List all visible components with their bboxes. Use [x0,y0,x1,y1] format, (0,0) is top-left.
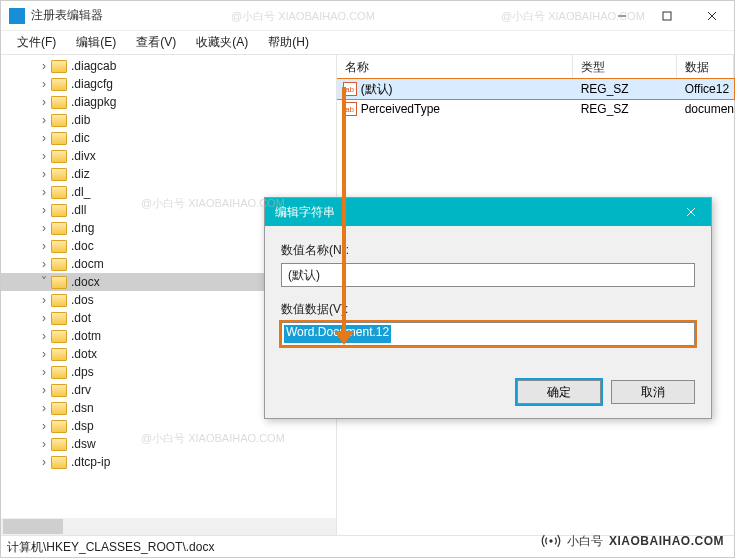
col-type[interactable]: 类型 [573,55,677,78]
col-data[interactable]: 数据 [677,55,734,78]
app-icon [9,8,25,24]
tree-item[interactable]: ›.dtcp-ip [1,453,336,471]
menu-view[interactable]: 查看(V) [126,32,186,53]
chevron-right-icon[interactable]: › [37,257,51,271]
ok-button[interactable]: 确定 [517,380,601,404]
tree-item-label: .dotm [71,329,101,343]
dialog-close-button[interactable] [671,198,711,226]
folder-icon [51,330,67,343]
menu-help[interactable]: 帮助(H) [258,32,319,53]
chevron-right-icon[interactable]: › [37,131,51,145]
chevron-right-icon[interactable]: › [37,149,51,163]
chevron-right-icon[interactable]: › [37,77,51,91]
row-data: documen [677,102,734,116]
chevron-right-icon[interactable]: › [37,365,51,379]
chevron-right-icon[interactable]: › [37,95,51,109]
chevron-down-icon[interactable]: ˅ [37,275,51,289]
row-data: Office12 [677,82,734,96]
dialog-buttons: 确定 取消 [265,366,711,418]
tree-item[interactable]: ›.dib [1,111,336,129]
regedit-window: 注册表编辑器 文件(F) 编辑(E) 查看(V) 收藏夹(A) 帮助(H) ›.… [0,0,735,558]
maximize-button[interactable] [644,1,689,30]
tree-item-label: .dl_ [71,185,90,199]
menubar: 文件(F) 编辑(E) 查看(V) 收藏夹(A) 帮助(H) [1,31,734,55]
tree-item-label: .dic [71,131,90,145]
dialog-titlebar: 编辑字符串 [265,198,711,226]
tree-item[interactable]: ›.diagcfg [1,75,336,93]
tree-item-label: .dll [71,203,86,217]
chevron-right-icon[interactable]: › [37,59,51,73]
tree-item-label: .dsn [71,401,94,415]
dialog-title: 编辑字符串 [275,204,671,221]
chevron-right-icon[interactable]: › [37,185,51,199]
row-type: REG_SZ [573,82,677,96]
menu-favorites[interactable]: 收藏夹(A) [186,32,258,53]
tree-item-label: .dot [71,311,91,325]
tree-item[interactable]: ›.dsp [1,417,336,435]
window-buttons [599,1,734,30]
cancel-button[interactable]: 取消 [611,380,695,404]
folder-icon [51,78,67,91]
tree-item-label: .dtcp-ip [71,455,110,469]
folder-icon [51,420,67,433]
list-row[interactable]: abPerceivedTypeREG_SZdocumen [337,99,734,119]
tree-item-label: .drv [71,383,91,397]
tree-item[interactable]: ›.dsw [1,435,336,453]
list-row[interactable]: ab(默认)REG_SZOffice12 [337,79,734,99]
chevron-right-icon[interactable]: › [37,347,51,361]
folder-icon [51,60,67,73]
tree-item-label: .dsp [71,419,94,433]
tree-item[interactable]: ›.dic [1,129,336,147]
tree-item-label: .diagcfg [71,77,113,91]
tree-item-label: .dng [71,221,94,235]
chevron-right-icon[interactable]: › [37,419,51,433]
menu-file[interactable]: 文件(F) [7,32,66,53]
tree-item-label: .dib [71,113,90,127]
folder-icon [51,312,67,325]
chevron-right-icon[interactable]: › [37,455,51,469]
tree-hscrollbar[interactable] [1,518,336,535]
chevron-right-icon[interactable]: › [37,113,51,127]
tree-item-label: .dos [71,293,94,307]
tree-item[interactable]: ›.diagpkg [1,93,336,111]
folder-icon [51,258,67,271]
chevron-right-icon[interactable]: › [37,167,51,181]
chevron-right-icon[interactable]: › [37,401,51,415]
folder-icon [51,294,67,307]
edit-string-dialog: 编辑字符串 数值名称(N): 数值数据(V): Word.Document.12… [264,197,712,419]
tree-item-label: .doc [71,239,94,253]
tree-item-label: .diagcab [71,59,116,73]
chevron-right-icon[interactable]: › [37,239,51,253]
scroll-thumb[interactable] [3,519,63,534]
tree-item-label: .docx [71,275,100,289]
tree-item[interactable]: ›.diagcab [1,57,336,75]
folder-icon [51,384,67,397]
tree-item[interactable]: ›.diz [1,165,336,183]
tree-item-label: .docm [71,257,104,271]
annotation-arrowhead [334,331,354,345]
folder-icon [51,150,67,163]
folder-icon [51,438,67,451]
annotation-arrow [342,87,346,335]
tree-item-label: .divx [71,149,96,163]
chevron-right-icon[interactable]: › [37,311,51,325]
row-name: PerceivedType [361,102,440,116]
folder-icon [51,366,67,379]
row-type: REG_SZ [573,102,677,116]
folder-icon [51,240,67,253]
chevron-right-icon[interactable]: › [37,329,51,343]
tree-item[interactable]: ›.divx [1,147,336,165]
folder-icon [51,348,67,361]
chevron-right-icon[interactable]: › [37,383,51,397]
close-button[interactable] [689,1,734,30]
menu-edit[interactable]: 编辑(E) [66,32,126,53]
tree-item-label: .dotx [71,347,97,361]
col-name[interactable]: 名称 [337,55,573,78]
tree-item-label: .diagpkg [71,95,116,109]
folder-icon [51,186,67,199]
chevron-right-icon[interactable]: › [37,437,51,451]
chevron-right-icon[interactable]: › [37,293,51,307]
chevron-right-icon[interactable]: › [37,203,51,217]
minimize-button[interactable] [599,1,644,30]
chevron-right-icon[interactable]: › [37,221,51,235]
